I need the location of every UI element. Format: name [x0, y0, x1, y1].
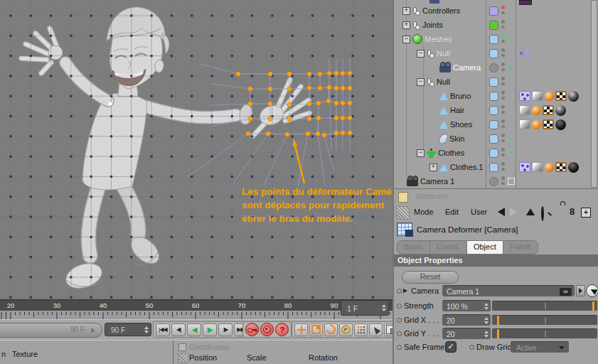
visibility-dot-top[interactable]: [501, 91, 505, 95]
layer-color-chip[interactable]: [489, 120, 498, 129]
tree-row-joints[interactable]: +Joints: [394, 18, 598, 32]
expander-icon[interactable]: −: [402, 36, 410, 43]
anim-dot[interactable]: [397, 289, 402, 294]
reset-button[interactable]: Reset: [402, 271, 459, 284]
visibility-dot-top[interactable]: [501, 20, 505, 23]
rotate-tool-button[interactable]: [324, 323, 338, 336]
visibility-dot-bottom[interactable]: [501, 97, 505, 100]
record-keyframe-button[interactable]: [245, 323, 259, 336]
visibility-dot-top[interactable]: [501, 176, 505, 180]
layer-color-chip[interactable]: [489, 163, 498, 172]
expander-icon[interactable]: +: [429, 164, 437, 171]
deformer-point[interactable]: [341, 71, 345, 75]
deformer-point[interactable]: [334, 101, 338, 105]
deformer-point[interactable]: [348, 131, 352, 135]
tree-row-camera[interactable]: Camera✓: [394, 60, 598, 75]
enabled-check-icon[interactable]: ✓: [508, 34, 514, 43]
layer-color-chip[interactable]: [489, 177, 498, 186]
selected-grid-point[interactable]: [108, 102, 112, 105]
tree-row-clothes-1[interactable]: +Clothes.1: [394, 160, 598, 174]
bone-tag-icon[interactable]: [532, 162, 543, 172]
visibility-dots[interactable]: [501, 134, 505, 142]
deformer-point[interactable]: [307, 102, 311, 106]
bone-tag-icon[interactable]: [532, 91, 543, 101]
slider-marker[interactable]: [497, 329, 499, 338]
texture-tag-icon[interactable]: [555, 162, 567, 172]
deformer-point[interactable]: [268, 87, 272, 91]
tree-row-null[interactable]: −Null: [394, 46, 598, 60]
tree-row-bruno[interactable]: Bruno: [394, 89, 598, 103]
bone-tag-icon[interactable]: [519, 105, 530, 115]
layer-color-chip[interactable]: [489, 49, 498, 58]
visibility-dot-top[interactable]: [501, 48, 505, 52]
deformer-point[interactable]: [246, 132, 250, 136]
move-tool-button[interactable]: [294, 323, 308, 336]
weight-tag-icon[interactable]: [519, 162, 530, 172]
visibility-dots[interactable]: [501, 176, 505, 185]
deformer-point[interactable]: [287, 117, 292, 121]
matblack-tag-icon[interactable]: [568, 162, 579, 173]
deformer-point[interactable]: [326, 99, 331, 103]
tree-row-hair[interactable]: Hair: [394, 103, 598, 117]
layer-color-chip[interactable]: [489, 63, 498, 73]
viewport-pick-button[interactable]: [369, 323, 383, 336]
visibility-dot-top[interactable]: [501, 63, 505, 66]
play-forward-button[interactable]: ▶: [203, 323, 217, 336]
weight-tag-icon[interactable]: [519, 91, 530, 101]
visibility-dots[interactable]: [501, 91, 505, 100]
layer-color-chip[interactable]: [489, 35, 498, 44]
tree-row-clothes[interactable]: −Clothes✓: [394, 146, 598, 160]
layer-color-chip[interactable]: [489, 77, 498, 87]
expander-icon[interactable]: −: [417, 149, 425, 157]
tree-row-null[interactable]: −Null: [394, 75, 598, 89]
grid-x-value-field[interactable]: 20: [442, 314, 491, 326]
deformer-point[interactable]: [322, 133, 326, 137]
texture-tag-icon[interactable]: [555, 91, 567, 101]
deformer-point[interactable]: [307, 72, 311, 76]
tab-falloff[interactable]: Falloff: [503, 241, 538, 254]
viewport-3d[interactable]: Les points du déformateur Camérasont dép…: [0, 0, 393, 299]
deformer-point[interactable]: [307, 86, 311, 90]
anim-dot[interactable]: [397, 304, 402, 309]
grid-y-stepper[interactable]: [484, 328, 488, 339]
enabled-check-icon[interactable]: ✓: [508, 148, 514, 157]
timeline-ruler-numbers[interactable]: 2030405060708090: [0, 299, 393, 311]
visibility-dots[interactable]: [501, 48, 505, 57]
tab-object[interactable]: Object: [467, 241, 503, 254]
anim-dot[interactable]: [397, 331, 402, 336]
deformer-point[interactable]: [334, 71, 338, 75]
link-menu-button[interactable]: [576, 285, 585, 296]
help-button[interactable]: ?: [275, 323, 289, 336]
deformer-point[interactable]: [348, 116, 352, 120]
deformer-point[interactable]: [268, 72, 272, 76]
back-arrow-icon[interactable]: [498, 208, 505, 216]
texture-menu-label[interactable]: Texture: [12, 350, 38, 358]
visibility-dot-top[interactable]: [501, 34, 505, 38]
play-backward-button[interactable]: ◀: [187, 323, 201, 336]
camera-link-field[interactable]: Camera 1 ∞: [442, 285, 575, 296]
search-icon[interactable]: [541, 206, 544, 221]
tree-row-controllers[interactable]: +Controllers: [394, 4, 598, 18]
strength-stepper[interactable]: [484, 301, 488, 311]
deformer-point[interactable]: [248, 117, 252, 121]
layer-color-chip[interactable]: [489, 92, 498, 101]
deformer-point[interactable]: [334, 86, 338, 90]
end-frame-field[interactable]: 90 F: [105, 323, 151, 336]
phong-tag-icon[interactable]: [545, 92, 554, 101]
tab-coord[interactable]: Coord.: [430, 241, 467, 254]
expander-icon[interactable]: −: [417, 50, 425, 58]
grid-y-value-field[interactable]: 20: [442, 328, 491, 339]
deformer-point[interactable]: [268, 117, 272, 121]
menu-edit[interactable]: Edit: [445, 208, 459, 216]
visibility-dot-bottom[interactable]: [501, 11, 505, 15]
phong-tag-icon[interactable]: [532, 106, 541, 115]
visibility-dots[interactable]: [501, 148, 505, 156]
anim-dot[interactable]: [469, 345, 474, 350]
layer-color-chip[interactable]: [489, 134, 498, 144]
visibility-dots[interactable]: [501, 119, 505, 128]
visibility-dot-bottom[interactable]: [501, 154, 505, 157]
safe-frame-checkbox[interactable]: ✓: [445, 341, 456, 353]
enabled-check-icon[interactable]: ✓: [508, 63, 514, 72]
deformer-point[interactable]: [348, 86, 352, 90]
deformer-point[interactable]: [316, 101, 321, 105]
